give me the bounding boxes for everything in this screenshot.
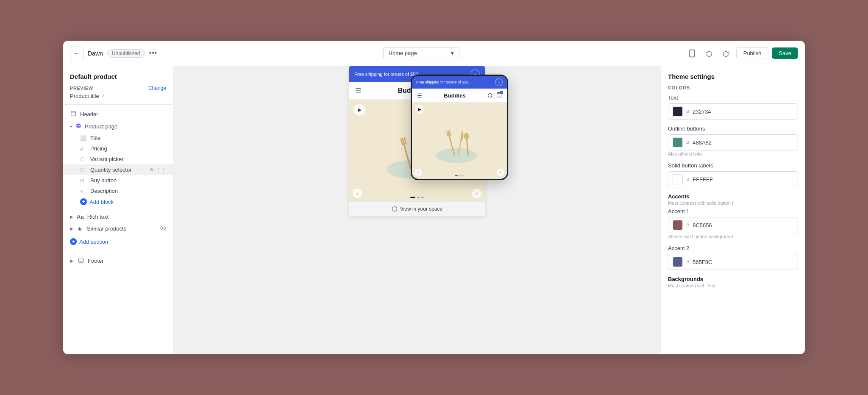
- color-accent2-picker[interactable]: # 565F8C: [668, 254, 798, 270]
- color-accent2-swatch: [673, 257, 683, 267]
- sidebar-item-description[interactable]: ≡ Description: [63, 186, 173, 196]
- buy-button-icon: ⊟: [80, 178, 87, 184]
- back-button[interactable]: ←: [70, 47, 83, 60]
- mobile-brand: Buddies: [444, 92, 465, 99]
- color-accent1-swatch: [673, 220, 683, 230]
- footer-label: Footer: [88, 258, 104, 264]
- color-accent2-name: Accent 2: [668, 245, 798, 251]
- color-solid-row: Solid button labels # FFFFFF: [668, 162, 798, 187]
- add-section-label: Add section: [79, 239, 108, 245]
- accent1-note: Affects solid button background: [668, 234, 798, 239]
- rich-text-label: Rich text: [87, 214, 109, 220]
- add-block-button[interactable]: + Add block: [63, 196, 173, 207]
- mobile-product-illustration: [430, 113, 489, 168]
- hash-icon-4: #: [686, 222, 689, 228]
- similar-caret: ▶: [70, 226, 73, 231]
- color-accent2-row: Accent 2 # 565F8C: [668, 245, 798, 270]
- page-selector[interactable]: Home page ▾: [383, 47, 459, 59]
- more-button[interactable]: •••: [149, 49, 157, 58]
- sidebar-item-rich-text[interactable]: ▶ Aa Rich text: [63, 211, 173, 223]
- color-text-picker[interactable]: # 232734: [668, 103, 798, 120]
- backgrounds-note: Must contrast with Text: [668, 283, 798, 288]
- theme-settings-title: Theme settings: [668, 73, 798, 80]
- mobile-cart-icon: 1: [496, 92, 502, 99]
- dot-2: [417, 197, 420, 198]
- sidebar-item-quantity-selector[interactable]: ⬡ Quantity selector 👁 ⋮⋮: [63, 164, 173, 175]
- change-preview-button[interactable]: Change: [148, 85, 166, 91]
- hash-icon: #: [686, 108, 689, 115]
- sidebar-item-variant-picker[interactable]: ⬡ Variant picker: [63, 154, 173, 164]
- color-text-row: Text # 232734: [668, 95, 798, 120]
- mobile-hamburger: ☰: [417, 92, 422, 99]
- similar-products-icon: ◈: [78, 225, 82, 232]
- backgrounds-title: Backgrounds: [668, 276, 798, 282]
- header-icon: [70, 111, 77, 118]
- prev-image-button[interactable]: ‹: [353, 189, 362, 198]
- mobile-dot-2: [459, 175, 461, 176]
- next-image-button[interactable]: ›: [472, 189, 481, 198]
- redo-button[interactable]: [719, 47, 733, 60]
- color-solid-swatch: [673, 174, 683, 184]
- variant-icon: ⬡: [80, 156, 87, 162]
- svg-point-28: [464, 133, 469, 140]
- sidebar-item-buy-button[interactable]: ⊟ Buy button: [63, 175, 173, 186]
- similar-products-label: Similar products: [87, 225, 157, 232]
- save-button[interactable]: Save: [772, 47, 798, 59]
- mobile-dots: [455, 175, 464, 176]
- eye-icon[interactable]: 👁: [149, 167, 154, 173]
- svg-point-18: [488, 93, 492, 97]
- hash-icon-3: #: [686, 176, 689, 183]
- color-outline-name: Outline buttons: [668, 125, 798, 132]
- status-badge: Unpublished: [107, 49, 145, 58]
- undo-icon: [706, 50, 712, 57]
- outline-buttons-note: Also affects links: [668, 151, 798, 156]
- color-accent2-value: 565F8C: [693, 259, 712, 265]
- sidebar-item-similar-products[interactable]: ▶ ◈ Similar products: [63, 223, 173, 235]
- svg-point-21: [436, 148, 477, 163]
- theme-name: Dawn: [88, 50, 103, 57]
- footer-caret: ▶: [70, 259, 73, 263]
- eye-off-icon[interactable]: [160, 225, 166, 232]
- mobile-search-icon: [487, 93, 493, 98]
- mobile-dot-3: [462, 175, 464, 176]
- accents-note: Must contrast with solid button l: [668, 200, 798, 206]
- mobile-preview-button[interactable]: [685, 47, 699, 60]
- preview-value: Product title ↗: [70, 93, 166, 99]
- description-label: Description: [90, 188, 118, 194]
- redo-icon: [723, 50, 729, 57]
- hamburger-icon[interactable]: ☰: [355, 87, 361, 95]
- color-accent1-name: Accent 1: [668, 208, 798, 214]
- color-solid-value: FFFFFF: [693, 176, 713, 183]
- play-button[interactable]: ▶: [353, 104, 365, 116]
- drag-icon[interactable]: ⋮⋮: [156, 167, 166, 173]
- color-accent1-value: 8C5656: [693, 222, 712, 228]
- title-label: Title: [90, 135, 100, 141]
- add-section-button[interactable]: + Add section: [63, 236, 173, 248]
- undo-button[interactable]: [702, 47, 716, 60]
- sidebar-item-header[interactable]: Header: [63, 108, 173, 120]
- color-text-name: Text: [668, 95, 798, 101]
- view-in-space-button[interactable]: View in your space: [349, 201, 485, 216]
- pricing-label: Pricing: [90, 145, 107, 152]
- publish-button[interactable]: Publish: [736, 47, 769, 59]
- sidebar-item-pricing[interactable]: # Pricing: [63, 143, 173, 154]
- caret-icon: ▾: [70, 124, 72, 129]
- pricing-icon: #: [80, 146, 87, 152]
- color-accent1-picker[interactable]: # 8C5656: [668, 217, 798, 233]
- preview-label: PREVIEW: [70, 86, 93, 91]
- sidebar-item-product-page[interactable]: ▾ Product page: [63, 120, 173, 133]
- product-page-label: Product page: [85, 123, 117, 130]
- color-solid-picker[interactable]: # FFFFFF: [668, 171, 798, 187]
- mobile-play-button: ▶: [415, 105, 424, 114]
- color-outline-value: 488A82: [693, 139, 712, 146]
- header-label: Header: [80, 111, 98, 117]
- color-solid-name: Solid button labels: [668, 162, 798, 169]
- add-block-plus-icon: +: [80, 198, 87, 205]
- hash-icon-2: #: [686, 139, 689, 146]
- color-outline-picker[interactable]: # 488A82: [668, 134, 798, 150]
- chevron-down-icon: ▾: [451, 50, 454, 56]
- image-dots: [410, 197, 424, 198]
- sidebar-item-title[interactable]: ⬜ Title: [63, 133, 173, 143]
- mobile-product-image: ▶: [412, 103, 507, 179]
- sidebar-item-footer[interactable]: ▶ Footer: [63, 255, 173, 267]
